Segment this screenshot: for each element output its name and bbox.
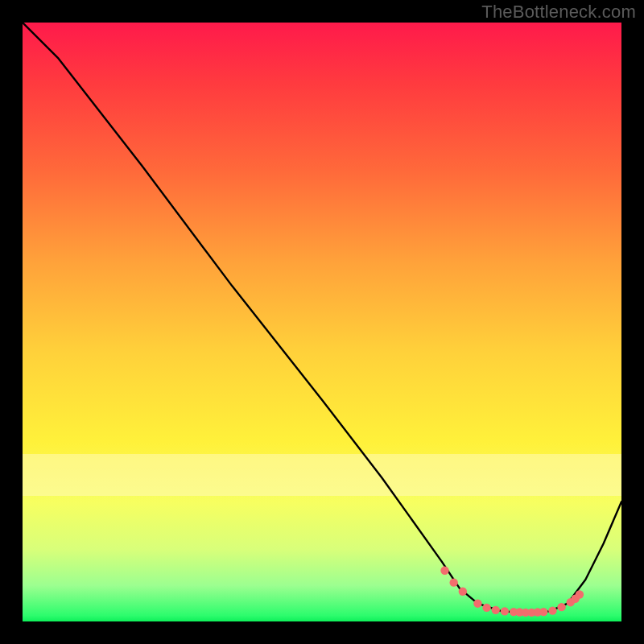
marker-point xyxy=(539,608,547,616)
marker-point xyxy=(492,606,500,614)
marker-point xyxy=(440,567,448,575)
watermark-text: TheBottleneck.com xyxy=(481,2,636,23)
marker-point xyxy=(557,603,565,611)
curve-path xyxy=(23,23,621,613)
marker-point xyxy=(576,590,584,598)
chart-frame: TheBottleneck.com xyxy=(0,0,644,644)
marker-point xyxy=(548,606,556,614)
marker-point xyxy=(473,599,481,607)
plot-gradient-background xyxy=(23,23,621,621)
marker-point xyxy=(482,604,490,612)
marker-point xyxy=(459,588,467,596)
marker-point xyxy=(449,578,457,586)
chart-svg xyxy=(23,23,621,621)
marker-point xyxy=(501,607,509,615)
